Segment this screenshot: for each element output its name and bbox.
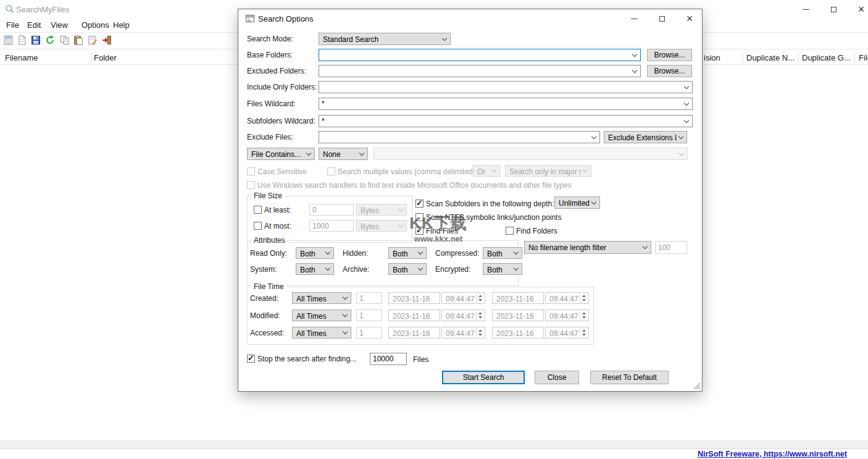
at-least-unit-select: Bytes	[356, 204, 407, 216]
dialog-maximize-button[interactable]	[656, 13, 667, 24]
properties-icon[interactable]	[88, 35, 98, 45]
spinner[interactable]	[580, 293, 588, 303]
resize-grip[interactable]	[693, 382, 701, 390]
base-folders-browse-button[interactable]: Browse...	[647, 49, 692, 61]
attributes-group: Attributes	[247, 240, 519, 286]
modified-mode-select[interactable]: All Times	[292, 310, 351, 321]
read-only-select[interactable]: Both	[296, 247, 334, 259]
nirsoft-link[interactable]: NirSoft Freeware, https://www.nirsoft.ne…	[698, 450, 847, 458]
subfolders-wildcard-combo[interactable]	[319, 115, 693, 127]
main-close-button[interactable]: ×	[856, 4, 867, 15]
subfolder-depth-select[interactable]: Unlimited	[554, 196, 600, 209]
maximize-icon	[659, 16, 665, 22]
search-mode-select[interactable]: Standard Search	[319, 33, 451, 45]
content-type-select[interactable]: None	[319, 148, 368, 160]
stop-search-label: Stop the search after finding...	[257, 355, 356, 363]
chevron-down-icon	[325, 250, 330, 255]
chevron-down-icon	[343, 312, 348, 317]
search-options-dialog: Search Options × Search Mode: Standard S…	[238, 9, 703, 392]
find-files-checkbox[interactable]	[415, 227, 424, 235]
exclude-files-combo[interactable]	[319, 131, 600, 143]
compressed-select[interactable]: Both	[483, 247, 522, 259]
content-search-input	[377, 149, 676, 159]
menu-options[interactable]: Options	[81, 20, 109, 30]
archive-select[interactable]: Both	[388, 263, 427, 275]
dialog-minimize-button[interactable]	[628, 13, 640, 24]
accessed-date-to: 2023-11-16	[492, 327, 544, 339]
save-icon[interactable]	[31, 35, 41, 45]
spinner[interactable]	[476, 293, 484, 303]
spinner[interactable]	[476, 311, 484, 320]
dialog-close-button[interactable]: ×	[684, 13, 695, 24]
excluded-folders-browse-button[interactable]: Browse...	[647, 65, 692, 77]
files-wildcard-input[interactable]	[322, 99, 681, 109]
column-filename[interactable]: Filename	[5, 53, 38, 62]
exit-icon[interactable]	[102, 35, 112, 45]
hidden-select[interactable]: Both	[388, 247, 427, 259]
menu-help[interactable]: Help	[113, 20, 130, 30]
filename-length-filter-select[interactable]: No filename length filter	[524, 241, 651, 254]
menu-view[interactable]: View	[51, 20, 68, 30]
main-minimize-button[interactable]	[800, 4, 811, 15]
stop-search-count-field[interactable]	[370, 353, 407, 365]
find-folders-label: Find Folders	[516, 227, 557, 235]
file-contains-select[interactable]: File Contains...	[247, 148, 315, 160]
excluded-folders-input[interactable]	[322, 66, 629, 76]
main-window-title: SearchMyFiles	[16, 5, 69, 14]
menu-edit[interactable]: Edit	[27, 20, 41, 30]
include-only-folders-input[interactable]	[322, 82, 681, 92]
spinner[interactable]	[476, 328, 484, 337]
system-select[interactable]: Both	[296, 263, 334, 275]
encrypted-select[interactable]: Both	[483, 263, 522, 275]
refresh-icon[interactable]	[45, 35, 55, 45]
excluded-folders-combo[interactable]	[319, 65, 641, 77]
start-search-button[interactable]: Start Search	[442, 371, 525, 384]
chevron-down-icon	[306, 150, 311, 155]
spinner[interactable]	[580, 311, 588, 320]
base-folders-input[interactable]	[322, 50, 629, 60]
column-folder[interactable]: Folder	[94, 53, 117, 62]
at-most-label: At most:	[264, 222, 291, 230]
column-duplicate-name[interactable]: Duplicate N...	[746, 53, 795, 62]
chevron-down-icon	[325, 266, 330, 271]
include-only-folders-combo[interactable]	[319, 81, 693, 93]
modified-label: Modified:	[250, 311, 280, 320]
at-most-checkbox[interactable]	[254, 222, 262, 230]
subfolders-wildcard-input[interactable]	[322, 116, 681, 126]
chevron-down-icon	[442, 35, 447, 40]
chevron-down-icon	[632, 67, 637, 72]
horizontal-scrollbar[interactable]	[0, 440, 868, 449]
base-folders-label: Base Folders:	[247, 51, 293, 59]
created-date-to: 2023-11-16	[492, 292, 544, 304]
at-least-checkbox[interactable]	[254, 206, 262, 214]
new-document-icon[interactable]	[17, 35, 27, 45]
exclude-files-input[interactable]	[322, 132, 588, 142]
base-folders-combo[interactable]	[319, 49, 641, 61]
column-duplicate-group[interactable]: Duplicate G...	[802, 53, 851, 62]
chevron-down-icon	[343, 295, 348, 300]
menu-file[interactable]: File	[6, 20, 19, 30]
operator-select: Or	[473, 165, 500, 177]
archive-label: Archive:	[343, 265, 369, 274]
files-wildcard-combo[interactable]	[319, 98, 693, 110]
stop-search-checkbox[interactable]	[247, 355, 255, 363]
stop-search-suffix-label: Files	[413, 355, 428, 364]
reset-to-default-button[interactable]: Reset To Default	[590, 371, 669, 384]
spinner[interactable]	[580, 328, 588, 337]
files-wildcard-label: Files Wildcard:	[247, 99, 296, 108]
main-maximize-button[interactable]	[828, 4, 839, 15]
scan-subfolders-checkbox[interactable]	[415, 200, 424, 208]
column-extension-partial[interactable]: ision	[704, 53, 720, 62]
modified-time-from: 09:44:47	[441, 310, 485, 321]
created-mode-select[interactable]: All Times	[292, 292, 351, 304]
include-only-folders-label: Include Only Folders:	[247, 83, 317, 91]
accessed-mode-select[interactable]: All Times	[292, 327, 351, 339]
paste-icon[interactable]	[73, 35, 83, 45]
find-folders-checkbox[interactable]	[506, 227, 514, 235]
copy-icon[interactable]	[60, 35, 70, 45]
ntfs-links-checkbox[interactable]	[415, 213, 424, 221]
exclude-extensions-list-select[interactable]: Exclude Extensions List	[604, 131, 687, 143]
close-button[interactable]: Close	[535, 371, 579, 384]
column-file-partial[interactable]: File	[859, 53, 868, 62]
report-icon[interactable]	[4, 35, 14, 45]
